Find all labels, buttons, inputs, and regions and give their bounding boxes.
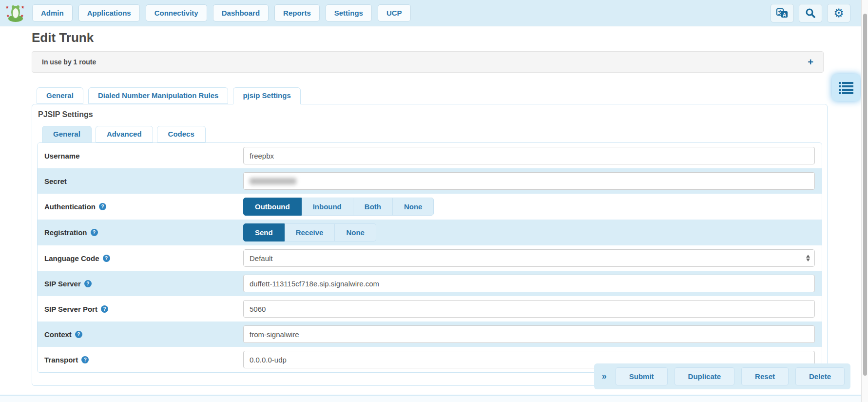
nav-item-connectivity[interactable]: Connectivity: [146, 4, 207, 21]
collapse-chevron-icon[interactable]: »: [602, 371, 607, 382]
username-label: Username: [44, 152, 243, 160]
nav-item-ucp[interactable]: UCP: [378, 4, 411, 21]
language-code-select[interactable]: Default: [243, 249, 815, 267]
select-stepper-icon: [806, 255, 810, 261]
gear-icon: ⚙: [833, 7, 844, 19]
subtab-codecs[interactable]: Codecs: [157, 126, 206, 142]
row-secret: Secret: [38, 168, 822, 194]
context-input[interactable]: [243, 325, 815, 343]
top-navbar: * * * * Admin Applications Connectivity …: [0, 0, 868, 26]
freepbx-logo-icon[interactable]: * * * *: [5, 3, 26, 23]
sip-server-port-label: SIP Server Port ?: [44, 305, 243, 313]
help-icon[interactable]: ?: [81, 356, 89, 363]
delete-button[interactable]: Delete: [795, 367, 845, 385]
auth-outbound-button[interactable]: Outbound: [243, 198, 302, 216]
nav-item-dashboard[interactable]: Dashboard: [213, 4, 269, 21]
authentication-control: Outbound Inbound Both None: [243, 198, 815, 216]
authentication-label-text: Authentication: [44, 202, 96, 211]
context-control: [243, 325, 815, 343]
duplicate-button[interactable]: Duplicate: [675, 367, 735, 385]
reg-send-button[interactable]: Send: [243, 223, 285, 241]
auth-both-button[interactable]: Both: [353, 198, 393, 216]
reset-button[interactable]: Reset: [741, 367, 789, 385]
secret-control: [243, 172, 815, 190]
sip-server-label-text: SIP Server: [44, 280, 81, 288]
secret-input[interactable]: [243, 172, 815, 190]
help-icon[interactable]: ?: [75, 331, 82, 338]
tab-general[interactable]: General: [37, 87, 83, 104]
sip-server-input[interactable]: [243, 275, 815, 292]
help-icon[interactable]: ?: [99, 203, 106, 210]
authentication-label: Authentication ?: [44, 202, 243, 211]
tab-dialed-number-manipulation-rules[interactable]: Dialed Number Manipulation Rules: [88, 87, 229, 104]
help-icon[interactable]: ?: [103, 255, 110, 262]
nav-item-applications[interactable]: Applications: [78, 4, 140, 21]
sip-server-port-label-text: SIP Server Port: [44, 305, 97, 313]
scrollbar-thumb[interactable]: [863, 14, 867, 376]
row-registration: Registration ? Send Receive None: [38, 220, 822, 245]
reg-receive-button[interactable]: Receive: [285, 223, 335, 241]
context-label-text: Context: [44, 330, 72, 339]
transport-label: Transport ?: [44, 356, 243, 364]
nav-item-admin[interactable]: Admin: [32, 4, 73, 21]
secret-label-text: Secret: [44, 177, 67, 185]
form-action-bar: » Submit Duplicate Reset Delete: [594, 363, 850, 389]
auth-inbound-button[interactable]: Inbound: [302, 198, 353, 216]
svg-text:*: *: [21, 14, 23, 20]
usage-panel[interactable]: In use by 1 route +: [32, 51, 824, 73]
svg-text:A: A: [783, 12, 786, 17]
secret-redacted-value: [250, 178, 296, 184]
settings-form: Username Secret Authentication: [37, 142, 822, 373]
reg-none-button[interactable]: None: [335, 223, 376, 241]
help-icon[interactable]: ?: [91, 229, 98, 236]
translate-icon: 文 A: [776, 8, 788, 19]
row-language-code: Language Code ? Default: [38, 245, 822, 271]
pjsip-settings-panel: PJSIP Settings General Advanced Codecs U…: [32, 104, 828, 386]
tab-pjsip-settings[interactable]: pjsip Settings: [233, 87, 300, 104]
row-context: Context ?: [38, 322, 822, 347]
expand-plus-icon[interactable]: +: [808, 57, 813, 68]
vertical-scrollbar[interactable]: [861, 0, 868, 402]
trunk-tabs: General Dialed Number Manipulation Rules…: [37, 87, 868, 104]
registration-control: Send Receive None: [243, 223, 815, 241]
svg-text:*: *: [7, 14, 9, 20]
username-control: [243, 147, 815, 164]
navbar-right-icons: 文 A ⚙: [766, 4, 850, 22]
submit-button[interactable]: Submit: [616, 367, 668, 385]
search-icon: [805, 8, 816, 19]
secret-label: Secret: [44, 177, 243, 185]
footer-strip: [0, 395, 861, 402]
registration-label-text: Registration: [44, 228, 87, 237]
transport-label-text: Transport: [44, 356, 78, 364]
row-sip-server: SIP Server ?: [38, 271, 822, 296]
freepbx-edit-trunk-page: * * * * Admin Applications Connectivity …: [0, 0, 868, 402]
authentication-toggle-group: Outbound Inbound Both None: [243, 198, 434, 216]
nav-item-settings[interactable]: Settings: [326, 4, 372, 21]
sip-server-label: SIP Server ?: [44, 280, 243, 288]
sip-server-port-control: [243, 300, 815, 318]
list-icon: [839, 81, 853, 94]
svg-text:*: *: [6, 4, 9, 12]
username-input[interactable]: [243, 147, 815, 164]
trunk-list-fab-button[interactable]: [832, 74, 860, 101]
language-code-control: Default: [243, 249, 815, 267]
frog-logo-graphic: * * * *: [5, 4, 26, 22]
translate-button[interactable]: 文 A: [771, 4, 794, 22]
context-label: Context ?: [44, 330, 243, 339]
svg-text:*: *: [21, 4, 24, 12]
registration-label: Registration ?: [44, 228, 243, 237]
help-icon[interactable]: ?: [101, 305, 108, 313]
usage-text: In use by 1 route: [42, 58, 96, 66]
language-code-label: Language Code ?: [44, 254, 243, 262]
search-button[interactable]: [799, 4, 822, 22]
page-title: Edit Trunk: [32, 30, 868, 45]
sip-server-port-input[interactable]: [243, 300, 815, 318]
auth-none-button[interactable]: None: [393, 198, 434, 216]
settings-button[interactable]: ⚙: [827, 4, 850, 22]
subtab-general[interactable]: General: [42, 126, 92, 143]
nav-item-reports[interactable]: Reports: [274, 4, 320, 21]
subtab-advanced[interactable]: Advanced: [96, 126, 153, 142]
sip-server-control: [243, 275, 815, 292]
help-icon[interactable]: ?: [84, 280, 92, 287]
registration-toggle-group: Send Receive None: [243, 223, 376, 241]
